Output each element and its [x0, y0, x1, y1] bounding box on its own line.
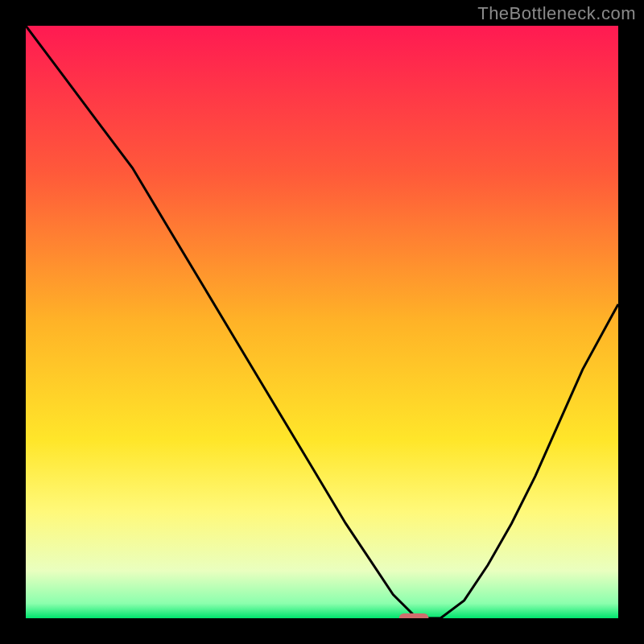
plot-area [26, 26, 618, 618]
gradient-background [26, 26, 618, 618]
watermark-text: TheBottleneck.com [477, 3, 636, 24]
optimal-marker [399, 613, 429, 618]
chart-frame: TheBottleneck.com [0, 0, 644, 644]
bottleneck-chart [26, 26, 618, 618]
